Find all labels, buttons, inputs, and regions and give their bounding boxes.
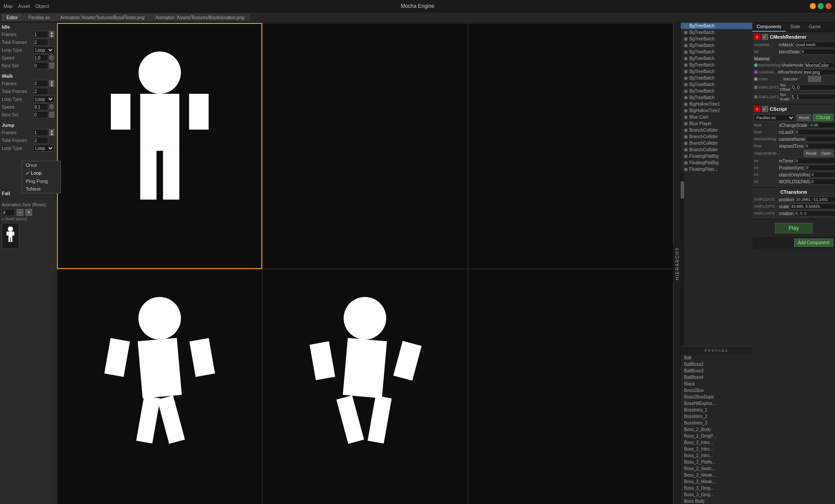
prefab-boss2platfo[interactable]: Boss_2_Platfo... xyxy=(681,459,752,465)
hierarchy-scrollbar[interactable] xyxy=(681,172,684,346)
diffusetexture-value[interactable] xyxy=(803,69,835,75)
prefab-boss2body[interactable]: Boss_2_Body xyxy=(681,426,752,433)
add-script-button[interactable]: CScript xyxy=(813,114,833,121)
hierarchy-item-10[interactable]: BgTreeBatch xyxy=(681,88,752,94)
anim-cell-walk-2[interactable] xyxy=(262,269,468,504)
maximize-button[interactable] xyxy=(818,3,824,9)
idle-nextset-input[interactable] xyxy=(33,62,48,69)
anim-cell-idle-3[interactable] xyxy=(468,23,673,269)
prefab-bosshitexplos[interactable]: BossHitExplos... xyxy=(681,400,752,407)
hierarchy-item-18[interactable]: BranchCollider xyxy=(681,140,752,146)
hierarchy-item-5[interactable]: BgTreeBatch xyxy=(681,55,752,62)
anim-cell-walk-1[interactable] xyxy=(57,269,262,504)
idle-frames-down[interactable]: ▼ xyxy=(49,34,54,38)
objectinboth-reset[interactable]: Reset xyxy=(804,150,818,157)
texscale-value[interactable] xyxy=(790,94,835,100)
hierarchy-item-13[interactable]: BigHollowTree2 xyxy=(681,107,752,114)
walk-looptype-select[interactable]: Loop xyxy=(33,96,54,103)
dropdown-tonext[interactable]: ToNext xyxy=(22,185,60,193)
hierarchy-item-blue-player[interactable]: Blue Player xyxy=(681,120,752,127)
idle-looptype-select[interactable]: Loop xyxy=(33,46,54,53)
animation-sets-increase[interactable]: + xyxy=(25,209,32,216)
prefab-ballboss4[interactable]: BallBoss4 xyxy=(681,374,752,381)
texoffset-value[interactable] xyxy=(791,84,835,90)
mlastx-value[interactable] xyxy=(795,129,835,135)
idle-speed-input[interactable] xyxy=(33,54,48,61)
hierarchy-item-0[interactable]: BgTreeBatch xyxy=(681,23,752,29)
elapsedtime-value[interactable] xyxy=(805,143,835,149)
hierarchy-item-11[interactable]: BgTreeBatch xyxy=(681,94,752,101)
tab-editor[interactable]: Editor xyxy=(2,14,23,21)
cmeshrenderer-remove[interactable]: × xyxy=(754,34,760,40)
scale-value[interactable] xyxy=(790,203,835,209)
tab-animation-boy[interactable]: Animation 'Assets/Textures/BoyAnimation.… xyxy=(151,14,250,21)
walk-nextset-input[interactable] xyxy=(33,111,48,118)
prefab-boss2switc[interactable]: Boss_2_Switc... xyxy=(681,465,752,472)
walk-total-input[interactable] xyxy=(33,88,48,95)
prefab-boss1boxdupe[interactable]: Boss1BoxDupe xyxy=(681,394,752,400)
dropdown-once[interactable]: Once xyxy=(22,161,60,169)
hierarchy-item-20[interactable]: FloatingPlatBig xyxy=(681,153,752,159)
walk-frames-down[interactable]: ▼ xyxy=(49,83,54,87)
prefab-boss2weak2[interactable]: Boss_2_Weak... xyxy=(681,478,752,485)
anim-cell-idle-2[interactable] xyxy=(262,23,468,269)
prefab-ballboss3[interactable]: BallBoss3 xyxy=(681,368,752,374)
mtimer-value[interactable] xyxy=(795,158,835,164)
objectinboth-open[interactable]: Open xyxy=(819,150,833,157)
script-reset-button[interactable]: Reset xyxy=(797,114,812,121)
dropdown-pingpong[interactable]: Ping Pong xyxy=(22,177,60,185)
tab-components[interactable]: Components xyxy=(752,23,786,32)
hierarchy-item-9[interactable]: BgTreeBatch xyxy=(681,81,752,88)
objectonlyinred-value[interactable] xyxy=(810,172,835,178)
minimize-button[interactable] xyxy=(810,3,816,9)
rotation-value[interactable] xyxy=(794,210,835,216)
prefab-bossintro2[interactable]: BossIntro_2 xyxy=(681,413,752,420)
anim-cell-walk-3[interactable] xyxy=(468,269,673,504)
dropdown-loop[interactable]: Loop xyxy=(22,169,60,177)
xchangescale-value[interactable] xyxy=(808,122,835,128)
prefab-boss1box[interactable]: Boss1Box xyxy=(681,387,752,394)
prefab-boss2intro3[interactable]: Boss_2_Intro... xyxy=(681,452,752,459)
cscript-toggle[interactable]: ✓ xyxy=(762,106,768,112)
prefab-ball[interactable]: Ball xyxy=(681,355,752,361)
hierarchy-item-3[interactable]: BgTreeBatch xyxy=(681,42,752,49)
worldseparat-value[interactable] xyxy=(810,179,835,185)
position-value[interactable] xyxy=(795,196,835,202)
mesh-value[interactable] xyxy=(794,42,835,48)
anim-cell-idle-1[interactable] xyxy=(57,23,262,269)
jump-frames-input[interactable] xyxy=(33,129,48,136)
add-component-button[interactable]: Add Component xyxy=(794,239,833,247)
walk-frames-input[interactable] xyxy=(33,80,48,87)
hierarchy-item-14[interactable]: Blue Cam xyxy=(681,114,752,120)
hierarchy-item-12[interactable]: BigHollowTree1 xyxy=(681,101,752,107)
cameraname-value[interactable] xyxy=(806,136,835,142)
walk-speed-knob[interactable] xyxy=(49,104,54,110)
prefab-boss2weak1[interactable]: Boss_2_Weak... xyxy=(681,472,752,478)
cmeshrenderer-toggle[interactable]: ✓ xyxy=(762,34,768,40)
idle-speed-knob[interactable] xyxy=(49,55,54,61)
hierarchy-item-17[interactable]: BranchCollider xyxy=(681,133,752,140)
tab-animation-boss[interactable]: Animation 'Assets/Textures/BossFlicker.p… xyxy=(56,14,150,21)
prefab-bossintro3[interactable]: BossIntro_3 xyxy=(681,420,752,426)
prefab-bossintro1[interactable]: BossIntro_1 xyxy=(681,407,752,413)
hierarchy-item-21[interactable]: FloatingPlatBig xyxy=(681,159,752,166)
jump-looptype-select[interactable]: Loop xyxy=(33,145,54,152)
prefab-boss3dmg2[interactable]: Boss_3_Dmg... xyxy=(681,491,752,498)
jump-frames-down[interactable]: ▼ xyxy=(49,133,54,136)
hierarchy-item-22[interactable]: FloatingPlats... xyxy=(681,166,752,172)
tintcolor-swatch[interactable] xyxy=(808,76,821,82)
menu-object[interactable]: Object xyxy=(35,3,49,9)
prefab-bossbody[interactable]: Boss Body xyxy=(681,498,752,504)
walk-speed-input[interactable] xyxy=(33,103,48,110)
prefab-ballboss2[interactable]: BallBoss2 xyxy=(681,361,752,368)
close-button[interactable] xyxy=(825,3,832,9)
play-button[interactable]: Play xyxy=(775,223,812,233)
prefab-boss2intro2[interactable]: Boss_2_Intro... xyxy=(681,446,752,452)
shadernode-value[interactable] xyxy=(804,62,835,68)
idle-total-input[interactable] xyxy=(33,39,48,46)
tab-parallax[interactable]: Parallax.as xyxy=(23,14,54,21)
positionsync-value[interactable] xyxy=(805,165,835,171)
tab-state[interactable]: State xyxy=(786,23,805,32)
hierarchy-item-2[interactable]: BgTreeBatch xyxy=(681,36,752,42)
idle-frames-input[interactable] xyxy=(33,31,48,38)
